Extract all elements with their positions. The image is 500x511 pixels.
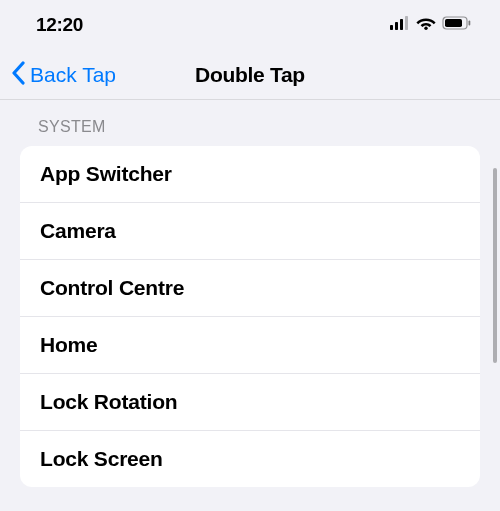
back-label: Back Tap (30, 63, 116, 87)
list-item-label: Control Centre (40, 276, 184, 299)
battery-icon (442, 16, 472, 34)
chevron-left-icon (10, 61, 26, 89)
navigation-bar: Back Tap Double Tap (0, 50, 500, 100)
list-item[interactable]: Lock Screen (20, 431, 480, 487)
svg-rect-2 (400, 19, 403, 30)
svg-rect-7 (469, 21, 471, 26)
svg-rect-1 (395, 22, 398, 30)
svg-rect-6 (445, 19, 462, 27)
list-item-label: App Switcher (40, 162, 172, 185)
status-time: 12:20 (36, 14, 83, 36)
svg-rect-3 (405, 16, 408, 30)
list-item[interactable]: App Switcher (20, 146, 480, 203)
status-bar: 12:20 (0, 0, 500, 50)
list-item[interactable]: Lock Rotation (20, 374, 480, 431)
cellular-icon (390, 16, 410, 34)
list-item-label: Lock Rotation (40, 390, 177, 413)
list-item-label: Lock Screen (40, 447, 163, 470)
svg-rect-0 (390, 25, 393, 30)
wifi-icon (416, 16, 436, 34)
page-title: Double Tap (195, 63, 305, 87)
list-item[interactable]: Camera (20, 203, 480, 260)
list-item[interactable]: Control Centre (20, 260, 480, 317)
back-button[interactable]: Back Tap (10, 61, 116, 89)
status-icons (390, 16, 472, 34)
svg-point-4 (424, 27, 427, 30)
content-area: SYSTEM App Switcher Camera Control Centr… (0, 100, 500, 511)
list-item[interactable]: Home (20, 317, 480, 374)
section-header: SYSTEM (0, 118, 500, 146)
list-item-label: Camera (40, 219, 116, 242)
list-group: App Switcher Camera Control Centre Home … (20, 146, 480, 487)
list-item-label: Home (40, 333, 98, 356)
scroll-indicator[interactable] (493, 168, 497, 363)
